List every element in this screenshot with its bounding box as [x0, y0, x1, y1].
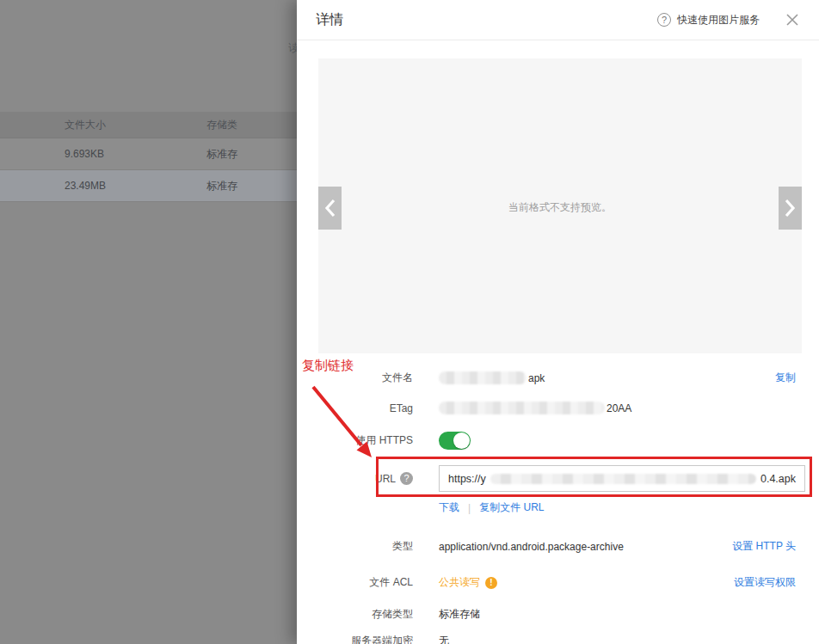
warning-icon: !	[485, 577, 497, 589]
encryption-label: 服务器端加密	[297, 634, 413, 644]
etag-suffix: 20AA	[607, 402, 631, 414]
annotation-copy-link-note: 复制链接	[302, 358, 354, 374]
chevron-right-icon[interactable]	[779, 187, 802, 230]
type-label: 类型	[297, 539, 413, 554]
panel-header: 详情 ? 快速使用图片服务	[297, 0, 819, 40]
acl-value: 公共读写	[439, 575, 480, 590]
quick-image-service-link[interactable]: 快速使用图片服务	[677, 13, 760, 28]
filename-value: apk	[439, 371, 545, 384]
type-value: application/vnd.android.package-archive	[439, 541, 624, 553]
chevron-left-icon[interactable]	[318, 187, 342, 230]
storage-class-value: 标准存储	[439, 607, 480, 622]
field-row-encryption: 服务器端加密 无	[297, 634, 819, 644]
copy-file-url-link[interactable]: 复制文件 URL	[479, 500, 544, 515]
cell-file-size: 9.693KB	[0, 148, 206, 160]
url-help-icon[interactable]: ?	[400, 472, 413, 485]
field-row-url-actions: 下载 | 复制文件 URL	[297, 500, 819, 515]
column-header-size: 文件大小	[0, 118, 206, 132]
cell-file-size: 23.49MB	[0, 180, 206, 192]
file-table: 文件大小 存储类 9.693KB 标准存 23.49MB 标准存	[0, 112, 297, 202]
encryption-value: 无	[439, 634, 449, 644]
copy-filename-button[interactable]: 复制	[775, 371, 796, 385]
set-acl-permissions-link[interactable]: 设置读写权限	[734, 575, 796, 590]
table-header-row: 文件大小 存储类	[0, 112, 297, 138]
url-input[interactable]: https://y 0.4.apk	[439, 465, 805, 492]
storage-class-label: 存储类型	[297, 607, 413, 622]
details-panel: 详情 ? 快速使用图片服务 当前格式不支持预览。 文件名 apk 复制 ETag	[297, 0, 819, 644]
redacted-filename	[439, 371, 526, 384]
table-row-selected: 23.49MB 标准存	[0, 170, 297, 202]
field-row-type: 类型 application/vnd.android.package-archi…	[297, 539, 819, 554]
preview-unsupported-message: 当前格式不支持预览。	[318, 200, 802, 215]
https-toggle[interactable]	[439, 432, 471, 450]
field-row-url: URL ? https://y 0.4.apk	[297, 465, 819, 492]
cell-storage-class: 标准存	[206, 179, 237, 193]
link-separator: |	[468, 502, 471, 514]
page-title: 详情	[316, 11, 343, 29]
field-row-storage-class: 存储类型 标准存储	[297, 607, 819, 622]
redacted-etag	[439, 402, 605, 414]
cell-storage-class: 标准存	[206, 147, 237, 162]
field-row-acl: 文件 ACL 公共读写 ! 设置读写权限	[297, 575, 819, 590]
file-preview-area: 当前格式不支持预览。	[318, 58, 802, 353]
etag-value: 20AA	[439, 402, 631, 414]
redacted-url	[490, 474, 756, 484]
close-icon[interactable]	[785, 12, 800, 28]
url-prefix: https://y	[448, 473, 486, 485]
toggle-knob	[453, 432, 470, 449]
column-header-storage: 存储类	[206, 118, 237, 132]
table-row: 9.693KB 标准存	[0, 138, 297, 170]
help-icon: ?	[657, 13, 671, 27]
dimmed-background: 读 文件大小 存储类 9.693KB 标准存 23.49MB 标准存	[0, 0, 297, 644]
set-http-headers-link[interactable]: 设置 HTTP 头	[732, 539, 796, 554]
url-suffix: 0.4.apk	[760, 473, 796, 485]
download-link[interactable]: 下载	[439, 500, 459, 515]
acl-label: 文件 ACL	[297, 575, 413, 590]
url-label: URL	[375, 473, 396, 485]
filename-suffix: apk	[528, 372, 545, 384]
annotation-arrow	[301, 380, 387, 466]
